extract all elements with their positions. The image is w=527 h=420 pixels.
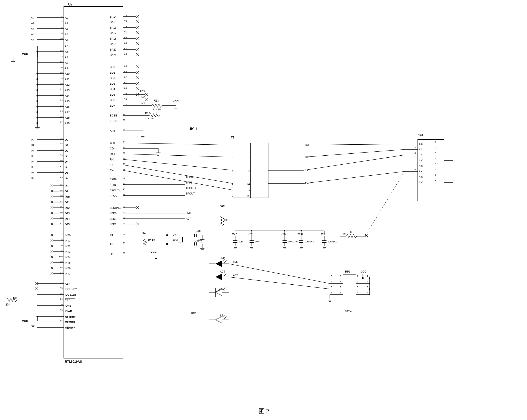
svg-text:A5: A5 [65, 45, 68, 48]
svg-text:100: 100 [59, 255, 63, 258]
svg-text:D15: D15 [65, 223, 70, 226]
svg-text:X2: X2 [173, 234, 176, 237]
svg-text:D1: D1 [31, 144, 34, 146]
svg-text:51: 51 [123, 242, 125, 245]
svg-text:40: 40 [60, 160, 63, 162]
svg-text:LED0: LED0 [110, 212, 117, 215]
svg-text:D3: D3 [31, 155, 34, 157]
svg-text:1: 1 [357, 275, 358, 278]
svg-text:RSTDRV: RSTDRV [65, 315, 76, 318]
svg-text:BCSB: BCSB [110, 114, 117, 117]
svg-text:N/C: N/C [419, 176, 423, 178]
svg-text:81: 81 [124, 82, 127, 84]
svg-text:D6: D6 [65, 171, 68, 174]
svg-text:80: 80 [124, 87, 127, 90]
svg-text:79: 79 [124, 93, 127, 95]
svg-rect-1 [64, 7, 123, 358]
svg-text:91: 91 [60, 206, 63, 208]
svg-text:AEN: AEN [65, 282, 70, 285]
svg-text:A17: A17 [65, 111, 70, 114]
svg-text:A2: A2 [31, 27, 34, 30]
svg-text:C27: C27 [232, 233, 237, 236]
svg-text:U7: U7 [68, 2, 73, 6]
svg-text:MEMRB: MEMRB [65, 321, 75, 324]
svg-text:88: 88 [60, 217, 63, 219]
svg-text:37: 37 [60, 143, 63, 146]
svg-text:33: 33 [60, 309, 63, 312]
svg-text:10N/1KV: 10N/1KV [288, 240, 298, 243]
svg-text:6: 6 [331, 286, 332, 289]
svg-text:A12: A12 [65, 83, 70, 86]
svg-text:4: 4 [367, 292, 368, 294]
svg-text:BD3: BD3 [110, 82, 115, 85]
svg-text:INT2: INT2 [65, 245, 71, 248]
svg-text:BD5: BD5 [110, 93, 115, 96]
svg-text:10N: 10N [239, 240, 243, 243]
svg-text:6: 6 [414, 169, 416, 171]
svg-text:BD0: BD0 [110, 66, 115, 69]
svg-text:4: 4 [357, 292, 358, 294]
svg-text:TPOUT+: TPOUT+ [110, 189, 121, 192]
svg-point-660 [251, 230, 253, 231]
svg-text:11: 11 [247, 183, 250, 185]
svg-text:72: 72 [124, 26, 127, 28]
svg-text:3: 3 [232, 170, 233, 172]
svg-text:C30: C30 [298, 233, 303, 236]
svg-text:19: 19 [60, 77, 63, 80]
svg-text:48: 48 [123, 169, 125, 171]
svg-text:77: 77 [124, 104, 127, 106]
svg-text:96: 96 [60, 293, 63, 295]
svg-text:11: 11 [60, 44, 63, 47]
svg-text:4: 4 [61, 244, 63, 247]
svg-text:6: 6 [232, 183, 233, 185]
svg-text:INT7: INT7 [65, 272, 71, 275]
svg-text:CD-: CD- [110, 147, 115, 150]
svg-text:1: 1 [61, 250, 63, 252]
svg-text:2: 2 [367, 281, 368, 283]
svg-text:D0: D0 [65, 138, 68, 141]
svg-text:84: 84 [124, 71, 127, 73]
svg-text:97: 97 [60, 272, 63, 274]
svg-text:10: 10 [247, 189, 250, 192]
svg-text:63: 63 [123, 222, 125, 225]
svg-text:ACT: ACT [220, 270, 225, 273]
svg-text:D0: D0 [31, 138, 34, 141]
svg-text:94: 94 [60, 189, 63, 192]
svg-text:TX+: TX+ [419, 143, 423, 145]
svg-text:PD2: PD2 [140, 95, 145, 98]
svg-text:0: 0 [350, 231, 351, 233]
svg-text:N/C: N/C [419, 159, 423, 162]
svg-text:R12: R12 [145, 112, 150, 115]
svg-text:TPIN+: TPIN+ [186, 176, 193, 179]
svg-text:RX-: RX- [110, 158, 115, 161]
svg-text:20: 20 [60, 83, 63, 85]
svg-text:RX+: RX+ [305, 169, 310, 172]
svg-text:TX+: TX+ [110, 163, 115, 167]
svg-text:A15: A15 [65, 100, 70, 103]
svg-text:A7: A7 [65, 56, 68, 59]
svg-text:TPOUT-: TPOUT- [110, 194, 120, 197]
svg-text:VCC: VCC [151, 250, 157, 253]
svg-text:93: 93 [60, 195, 63, 197]
svg-text:92: 92 [60, 200, 63, 203]
svg-text:56: 56 [123, 152, 125, 154]
svg-text:BD4: BD4 [110, 88, 115, 91]
svg-text:JP4: JP4 [418, 133, 423, 137]
svg-text:LED2: LED2 [110, 223, 117, 226]
svg-text:22: 22 [60, 94, 63, 96]
svg-text:A4: A4 [65, 38, 68, 41]
svg-text:BA15: BA15 [110, 21, 117, 24]
svg-text:LNK: LNK [233, 261, 238, 263]
svg-text:10N/1KV: 10N/1KV [328, 240, 338, 243]
svg-text:TX-: TX- [419, 148, 423, 151]
svg-text:AU1: AU1 [110, 129, 115, 132]
svg-text:39: 39 [60, 154, 63, 157]
svg-text:TPIN+: TPIN+ [110, 178, 117, 181]
svg-text:35: 35 [60, 287, 63, 290]
svg-text:IORB: IORB [65, 304, 71, 307]
svg-text:A1: A1 [31, 22, 34, 24]
svg-text:A8: A8 [65, 61, 68, 65]
svg-text:D5: D5 [65, 166, 68, 169]
svg-text:68: 68 [124, 42, 127, 45]
svg-text:IOCHRDY: IOCHRDY [65, 288, 77, 291]
